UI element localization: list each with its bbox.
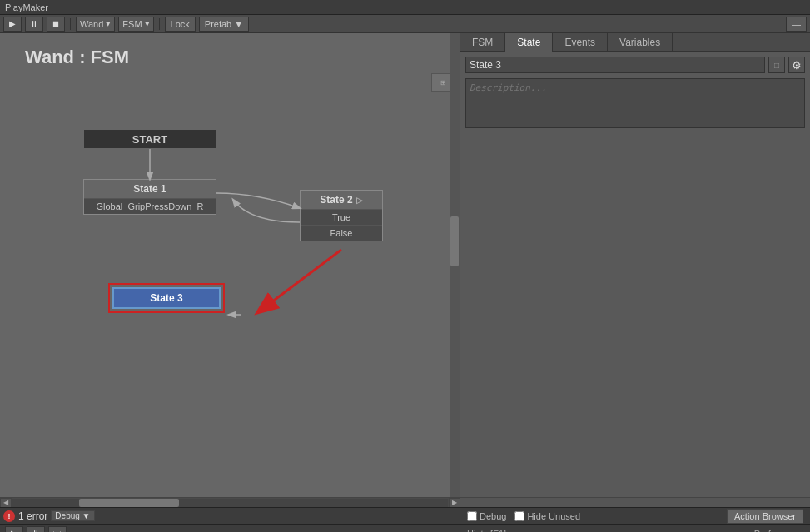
status-right: Debug Hide Unused Action Browser bbox=[460, 509, 810, 524]
play-btn[interactable]: ▶ bbox=[5, 526, 23, 533]
hscroll-track[interactable] bbox=[12, 499, 448, 507]
right-panel: FSM State Events Variables □ ⚙ bbox=[460, 33, 810, 497]
hscroll-left[interactable]: ◀ bbox=[0, 498, 12, 508]
arrows-svg bbox=[0, 33, 460, 497]
bottom-right: Hints [F1] Preferences bbox=[460, 529, 810, 533]
toolbar-play-btn[interactable]: ▶ bbox=[3, 17, 22, 32]
right-content: □ ⚙ bbox=[460, 52, 810, 497]
toolbar-sep2 bbox=[159, 18, 160, 30]
node-state2-false[interactable]: False bbox=[301, 225, 382, 241]
toolbar-pause-btn[interactable]: ⏸ bbox=[25, 17, 43, 32]
node-state2-true[interactable]: True bbox=[301, 209, 382, 225]
rows-bottom: ◀ ▶ ! 1 error Debug ▼ Debug Hide Unused bbox=[0, 497, 810, 532]
node-start[interactable]: START bbox=[83, 129, 216, 149]
state-name-input[interactable] bbox=[465, 57, 765, 73]
canvas-scrollbar-thumb[interactable] bbox=[450, 216, 459, 266]
pause-btn[interactable]: ⏸ bbox=[27, 526, 45, 533]
node-state2[interactable]: State 2 ▷ True False bbox=[300, 190, 383, 241]
canvas-scrollbar-v[interactable] bbox=[450, 33, 460, 497]
right-tabs: FSM State Events Variables bbox=[460, 33, 810, 52]
step-btn[interactable]: ⏭ bbox=[48, 526, 67, 533]
node-state2-title: State 2 ▷ bbox=[301, 191, 382, 209]
state-gear-btn[interactable]: ⚙ bbox=[788, 57, 805, 73]
node-state1-title: State 1 bbox=[84, 180, 216, 198]
description-textarea[interactable] bbox=[465, 78, 805, 128]
toolbar-sep1 bbox=[70, 18, 71, 30]
hscroll-right[interactable]: ▶ bbox=[449, 498, 460, 508]
app-title: PlayMaker bbox=[5, 2, 48, 12]
bottom-left: ▶ ⏸ ⏭ bbox=[0, 526, 460, 533]
toolbar: ▶ ⏸ ⏹ Wand ▾ FSM ▾ Lock Prefab ▼ — bbox=[0, 15, 810, 33]
hide-unused-checkbox[interactable] bbox=[514, 511, 524, 521]
status-left: ! 1 error Debug ▼ bbox=[0, 510, 460, 522]
preferences-label[interactable]: Preferences bbox=[754, 529, 803, 533]
tab-fsm[interactable]: FSM bbox=[460, 33, 505, 52]
debug-checkbox-label[interactable]: Debug bbox=[467, 511, 506, 521]
canvas-hscroll[interactable]: ◀ ▶ bbox=[0, 498, 460, 507]
toolbar-collapse[interactable]: — bbox=[786, 17, 807, 32]
action-browser-btn[interactable]: Action Browser bbox=[727, 509, 803, 524]
error-badge: ! bbox=[3, 510, 15, 522]
hscroll-thumb[interactable] bbox=[79, 499, 179, 507]
node-state1-action: Global_GripPressDown_R bbox=[84, 198, 216, 214]
tab-state[interactable]: State bbox=[505, 33, 553, 52]
node-state2-expand-icon: ▷ bbox=[356, 196, 363, 205]
toolbar-prefab[interactable]: Prefab ▼ bbox=[199, 17, 249, 32]
hints-label: Hints [F1] bbox=[467, 529, 506, 533]
debug-btn[interactable]: Debug ▼ bbox=[51, 510, 94, 521]
hide-unused-label[interactable]: Hide Unused bbox=[514, 511, 580, 521]
toolbar-fsm[interactable]: FSM ▾ bbox=[118, 17, 153, 32]
tab-events[interactable]: Events bbox=[553, 33, 608, 52]
state-name-row: □ ⚙ bbox=[465, 57, 805, 73]
toolbar-stop-btn[interactable]: ⏹ bbox=[47, 17, 65, 32]
title-bar: PlayMaker bbox=[0, 0, 810, 15]
toolbar-wand[interactable]: Wand ▾ bbox=[76, 17, 115, 32]
canvas-title: Wand : FSM bbox=[25, 47, 129, 68]
tab-variables[interactable]: Variables bbox=[608, 33, 673, 52]
debug-checkbox[interactable] bbox=[467, 511, 477, 521]
toolbar-lock[interactable]: Lock bbox=[165, 17, 196, 32]
node-state1[interactable]: State 1 Global_GripPressDown_R bbox=[83, 179, 216, 215]
node-state3-outer: State 3 bbox=[108, 283, 225, 313]
bottom-bar: ▶ ⏸ ⏭ Hints [F1] Preferences bbox=[0, 524, 810, 532]
node-state3[interactable]: State 3 bbox=[112, 287, 221, 309]
node-state3-container: State 3 bbox=[108, 283, 225, 313]
status-bar: ! 1 error Debug ▼ Debug Hide Unused Acti… bbox=[0, 507, 810, 524]
state-icon-btn[interactable]: □ bbox=[768, 57, 785, 73]
error-count-label: 1 error bbox=[18, 510, 47, 522]
fsm-canvas[interactable]: Wand : FSM ⊞ START State 1 Global_GripPr… bbox=[0, 33, 460, 497]
main-layout: Wand : FSM ⊞ START State 1 Global_GripPr… bbox=[0, 33, 810, 497]
